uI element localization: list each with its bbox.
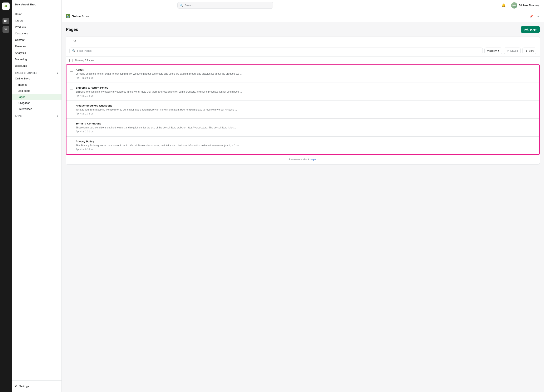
saved-button[interactable]: ☆ Saved [504, 48, 521, 54]
visibility-label: Visibility [487, 49, 497, 52]
page-area: 🏪 Online Store 📌 ··· Pages Add page All [62, 11, 544, 392]
sidebar-item-products[interactable]: Products [12, 24, 61, 30]
settings-link[interactable]: ⚙ Settings [15, 383, 58, 390]
search-bar: 🔍 [177, 2, 273, 9]
pages-learn-more-link[interactable]: pages [310, 158, 317, 161]
pages-header: Pages Add page [66, 26, 540, 33]
row-checkbox-faq[interactable] [70, 104, 73, 107]
sales-channels-section: Sales channels › [12, 69, 61, 75]
topbar-actions: 🔔 MN Michael Novotny [500, 1, 541, 9]
tab-all[interactable]: All [69, 36, 79, 45]
page-title: Pages [66, 27, 78, 32]
sidebar-item-marketing[interactable]: Marketing [12, 56, 61, 63]
sidebar-sub-item-pages[interactable]: Pages [12, 94, 61, 100]
store-icon: 🏪 [66, 14, 70, 18]
sidebar-sub-item-navigation[interactable]: Navigation [12, 100, 61, 106]
row-checkbox-privacy[interactable] [70, 140, 73, 143]
row-checkbox-shipping[interactable] [70, 86, 73, 89]
page-date-faq: Apr 4 at 1:33 pm [76, 112, 536, 115]
page-date-about: Apr 7 at 9:58 am [76, 76, 536, 79]
main-content: 🔍 🔔 MN Michael Novotny 🏪 Online Store 📌 … [62, 0, 544, 392]
sidebar: Dev Vercel Shop Home Orders Products Cus… [12, 0, 62, 392]
page-desc-shipping: Shipping We can ship to virtually any ad… [76, 90, 536, 94]
showing-count: Showing 5 Pages [74, 59, 94, 62]
rail-avatar-ds[interactable]: DS [2, 18, 9, 24]
sidebar-item-online-store[interactable]: Online Store [12, 75, 61, 82]
pages-footer: Learn more about pages [66, 155, 540, 164]
page-row-content: Shipping & Return Policy Shipping We can… [76, 86, 536, 97]
pages-container: Pages Add page All 🔍 Visibility ▾ [62, 22, 544, 169]
notifications-button[interactable]: 🔔 [500, 2, 507, 9]
page-date-terms: Apr 4 at 1:31 pm [76, 130, 536, 133]
page-desc-about: Vercel is delighted to offer swag for ou… [76, 72, 536, 76]
sidebar-item-analytics[interactable]: Analytics [12, 50, 61, 56]
select-all-checkbox[interactable] [69, 59, 73, 62]
topbar: 🔍 🔔 MN Michael Novotny [62, 0, 544, 11]
apps-chevron-icon: › [57, 114, 58, 117]
left-rail: DS VS [0, 0, 12, 392]
showing-row: Showing 5 Pages [66, 57, 540, 65]
add-page-button[interactable]: Add page [521, 26, 540, 33]
store-subheader: 🏪 Online Store 📌 ··· [62, 11, 544, 22]
table-row[interactable]: Frequently Asked Questions What is your … [66, 101, 539, 119]
page-title-shipping: Shipping & Return Policy [76, 86, 536, 89]
avatar: MN [511, 2, 517, 9]
chevron-icon: › [57, 71, 58, 74]
store-subheader-right: 📌 ··· [529, 14, 540, 19]
filter-pages-input[interactable] [77, 49, 480, 52]
sidebar-footer: ⚙ Settings [12, 380, 61, 392]
sidebar-sub-item-blog-posts[interactable]: Blog posts [12, 88, 61, 94]
footer-text: Learn more about [289, 158, 310, 161]
sidebar-sub-item-themes[interactable]: Themes [12, 82, 61, 88]
sidebar-store-name: Dev Vercel Shop [12, 0, 61, 9]
page-row-content: Privacy Policy This Privacy Policy gover… [76, 140, 536, 151]
rail-avatar-vs[interactable]: VS [2, 26, 9, 33]
filter-row: 🔍 Visibility ▾ ☆ Saved ⇅ Sort [66, 45, 540, 57]
table-row[interactable]: Privacy Policy This Privacy Policy gover… [66, 137, 539, 154]
sidebar-item-finances[interactable]: Finances [12, 43, 61, 50]
user-profile[interactable]: MN Michael Novotny [509, 1, 541, 9]
filter-search-wrap: 🔍 [69, 48, 483, 54]
page-title-faq: Frequently Asked Questions [76, 104, 536, 107]
sort-button[interactable]: ⇅ Sort [522, 48, 536, 54]
filter-search-icon: 🔍 [72, 49, 76, 52]
store-subheader-left: 🏪 Online Store [66, 14, 89, 18]
pages-list-highlight: About Vercel is delighted to offer swag … [66, 65, 540, 155]
page-row-content: Terms & Conditions These terms and condi… [76, 122, 536, 133]
table-row[interactable]: Terms & Conditions These terms and condi… [66, 119, 539, 137]
user-name: Michael Novotny [519, 4, 539, 7]
page-row-content: About Vercel is delighted to offer swag … [76, 68, 536, 79]
row-checkbox-terms[interactable] [70, 122, 73, 125]
pin-button[interactable]: 📌 [529, 14, 534, 19]
search-icon: 🔍 [179, 4, 183, 7]
sidebar-item-home[interactable]: Home [12, 11, 61, 17]
table-row[interactable]: About Vercel is delighted to offer swag … [66, 65, 539, 83]
settings-icon: ⚙ [15, 385, 18, 388]
visibility-chevron-icon: ▾ [498, 49, 499, 52]
sidebar-sub-item-preferences[interactable]: Preferences [12, 106, 61, 112]
sidebar-item-customers[interactable]: Customers [12, 30, 61, 37]
store-name-label: Online Store [72, 15, 89, 18]
page-date-privacy: Apr 4 at 9:38 am [76, 148, 536, 151]
visibility-filter-button[interactable]: Visibility ▾ [484, 48, 502, 54]
sidebar-item-content[interactable]: Content [12, 37, 61, 43]
page-title-privacy: Privacy Policy [76, 140, 536, 143]
shopify-logo[interactable] [2, 2, 10, 10]
page-title-terms: Terms & Conditions [76, 122, 536, 125]
page-row-content: Frequently Asked Questions What is your … [76, 104, 536, 115]
page-desc-terms: These terms and conditions outline the r… [76, 126, 536, 130]
more-button[interactable]: ··· [536, 14, 540, 19]
row-checkbox-about[interactable] [70, 68, 73, 71]
sidebar-nav: Home Orders Products Customers Content F… [12, 9, 61, 380]
saved-label: Saved [510, 49, 518, 52]
sidebar-item-discounts[interactable]: Discounts [12, 63, 61, 69]
search-input[interactable] [177, 2, 273, 9]
sidebar-item-orders[interactable]: Orders [12, 17, 61, 24]
page-title-about: About [76, 68, 536, 71]
sort-icon: ⇅ [525, 49, 527, 52]
page-desc-privacy: This Privacy Policy governs the manner i… [76, 144, 536, 147]
star-icon: ☆ [507, 49, 509, 52]
page-desc-faq: What is your return policy? Please refer… [76, 108, 536, 112]
pages-card: All 🔍 Visibility ▾ ☆ Saved [66, 36, 540, 165]
table-row[interactable]: Shipping & Return Policy Shipping We can… [66, 83, 539, 101]
